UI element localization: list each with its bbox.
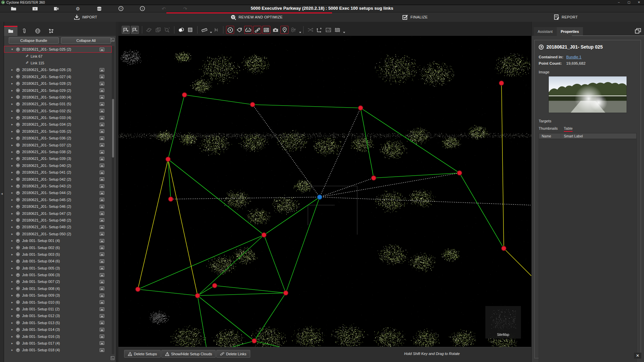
setup-image-icon[interactable] xyxy=(100,88,104,92)
tree-item-setup[interactable]: ▸Job 001- Setup 016 (3) xyxy=(4,333,112,340)
cloud-compare-icon[interactable] xyxy=(177,26,185,34)
tree-item-setup[interactable]: ▸20180621_J01- Setup 026 (3) xyxy=(4,66,112,73)
toggle-images-icon[interactable] xyxy=(262,26,270,34)
tree-scrollbar[interactable] xyxy=(112,46,114,354)
setup-image-icon[interactable] xyxy=(100,171,104,174)
expand-tree-panel-icon[interactable] xyxy=(111,38,114,42)
measure-ruler-icon[interactable] xyxy=(200,26,208,34)
cloud-square-icon[interactable] xyxy=(186,26,194,34)
expander-icon[interactable]: ▸ xyxy=(11,314,15,317)
setup-image-icon[interactable] xyxy=(100,218,104,222)
point-cloud-map[interactable] xyxy=(118,36,531,347)
setup-image-icon[interactable] xyxy=(100,273,104,277)
tab-import[interactable]: IMPORT xyxy=(0,12,171,22)
help-icon[interactable]: ? xyxy=(117,6,125,12)
bundle-link[interactable]: Bundle 1 xyxy=(566,55,581,59)
expander-icon[interactable]: ▸ xyxy=(11,96,15,99)
expand-bottom-panel-icon[interactable] xyxy=(111,356,114,360)
expander-icon[interactable]: ▸ xyxy=(11,150,15,154)
tree-item-setup[interactable]: ▸Job 001- Setup 012 (3) xyxy=(4,312,112,319)
about-info-icon[interactable]: i xyxy=(138,6,146,12)
tree-item-setup[interactable]: ▸20180621_J01- Setup 050 (2) xyxy=(4,231,112,237)
tree-item-setup[interactable]: ▸20180621_J01- Setup 034 (2) xyxy=(4,121,112,128)
expander-icon[interactable]: ▸ xyxy=(11,328,15,331)
expander-icon[interactable]: ▸ xyxy=(11,191,15,194)
setup-image-icon[interactable] xyxy=(100,75,104,78)
tree-item-setup[interactable]: ▸20180621_J01- Setup 048 (2) xyxy=(4,217,112,224)
expander-icon[interactable]: ▸ xyxy=(11,109,15,113)
tree-item-setup[interactable]: ▸Job 001- Setup 007 (2) xyxy=(4,278,112,285)
column-smart-label[interactable]: Smart Label xyxy=(561,134,583,138)
tree-item-setup[interactable]: ▸20180621_J01- Setup 030 (4) xyxy=(4,94,112,101)
tree-item-setup[interactable]: ▸Job 001- Setup 019 (2) xyxy=(4,354,112,354)
tab-attachments[interactable] xyxy=(17,26,31,36)
tree-item-setup[interactable]: ▸Job 001- Setup 011 (2) xyxy=(4,306,112,312)
toggle-tags-icon[interactable] xyxy=(235,26,243,34)
setup-image-icon[interactable] xyxy=(100,212,104,215)
setup-image-icon[interactable] xyxy=(100,136,104,140)
tree-item-setup[interactable]: ▸Job 001- Setup 010 (6) xyxy=(4,299,112,305)
setup-image-icon[interactable] xyxy=(100,150,104,154)
move-axes-icon[interactable] xyxy=(315,26,323,34)
tree-scrollbar-thumb[interactable] xyxy=(112,99,114,158)
tree-item-setup[interactable]: ▸20180621_J01- Setup 036 (2) xyxy=(4,135,112,141)
expander-icon[interactable]: ▸ xyxy=(11,136,15,140)
redo-icon[interactable]: ↷ xyxy=(181,6,189,12)
tab-table[interactable]: Table xyxy=(564,126,573,132)
tree-item-setup[interactable]: ▸20180621_J01- Setup 029 (2) xyxy=(4,87,112,94)
delete-setups-button[interactable]: Delete Setups xyxy=(124,350,161,358)
setup-image-icon[interactable] xyxy=(100,82,104,85)
expander-icon[interactable]: ▸ xyxy=(11,212,15,215)
tab-review-and-optimize[interactable]: REVIEW AND OPTIMIZE xyxy=(171,12,342,22)
expander-icon[interactable]: ▸ xyxy=(11,82,15,85)
show-hide-setup-clouds-button[interactable]: Show/Hide Setup Clouds xyxy=(161,350,216,358)
tree-item-link[interactable]: ✎Link 115 xyxy=(4,60,112,66)
setup-image-icon[interactable] xyxy=(100,328,104,331)
expander-icon[interactable]: ▸ xyxy=(11,294,15,297)
expander-icon[interactable]: ▸ xyxy=(11,198,15,201)
tree-item-setup[interactable]: ▾20180621_J01- Setup 025 (2) xyxy=(4,46,112,53)
expander-icon[interactable]: ▸ xyxy=(11,219,15,222)
setup-image-icon[interactable] xyxy=(100,129,104,133)
tree-item-setup[interactable]: ▸Job 001- Setup 017 (4) xyxy=(4,340,112,347)
tree-item-setup[interactable]: ▸20180621_J01- Setup 031 (5) xyxy=(4,101,112,107)
collapse-all-button[interactable]: Collapse All xyxy=(61,37,111,44)
tree-item-setup[interactable]: ▸20180621_J01- Setup 049 (2) xyxy=(4,224,112,230)
tree-item-setup[interactable]: ▸Job 001- Setup 018 (4) xyxy=(4,347,112,353)
expander-icon[interactable]: ▾ xyxy=(11,48,15,51)
setup-image-icon[interactable] xyxy=(100,177,104,181)
tab-web[interactable] xyxy=(31,26,44,36)
setup-image-icon[interactable] xyxy=(100,95,104,99)
tree-item-setup[interactable]: ▸20180621_J01- Setup 035 (2) xyxy=(4,128,112,135)
toggle-targets-icon[interactable] xyxy=(226,26,234,34)
tab-bundle-graph[interactable] xyxy=(44,26,58,36)
tree-item-link[interactable]: ✎Link 67 xyxy=(4,53,112,59)
close-project-icon[interactable]: x xyxy=(31,6,39,12)
filter-icon[interactable] xyxy=(289,26,298,34)
layers-icon[interactable] xyxy=(635,28,641,35)
setup-image-icon[interactable] xyxy=(100,123,104,126)
panel-close-button[interactable]: ✕ xyxy=(634,353,641,359)
tree-item-setup[interactable]: ▸20180621_J01- Setup 045 (2) xyxy=(4,196,112,203)
setup-image-icon[interactable] xyxy=(100,198,104,201)
expander-icon[interactable]: ▸ xyxy=(11,205,15,208)
tree-item-setup[interactable]: ▸20180621_J01- Setup 040 (2) xyxy=(4,162,112,169)
expander-icon[interactable]: ▸ xyxy=(11,321,15,324)
tree-item-setup[interactable]: ▸20180621_J01- Setup 038 (2) xyxy=(4,148,112,155)
filter-dropdown-caret[interactable] xyxy=(299,32,301,33)
setup-image-icon[interactable] xyxy=(100,314,104,318)
expander-icon[interactable]: ▸ xyxy=(11,253,15,256)
expander-icon[interactable]: ▸ xyxy=(11,301,15,304)
setup-image-icon[interactable] xyxy=(100,252,104,256)
storage-icon[interactable] xyxy=(95,6,103,12)
close-button[interactable]: ✕ xyxy=(634,0,644,5)
expander-icon[interactable]: ▸ xyxy=(11,130,15,133)
tree-item-setup[interactable]: ▸20180621_J01- Setup 043 (2) xyxy=(4,183,112,189)
open-project-icon[interactable] xyxy=(9,6,17,12)
tree-item-setup[interactable]: ▸20180621_J01- Setup 032 (5) xyxy=(4,108,112,114)
setup-image-icon[interactable] xyxy=(100,300,104,304)
tree-item-setup[interactable]: ▸Job 001- Setup 014 (3) xyxy=(4,326,112,333)
bundle-add-icon[interactable] xyxy=(122,26,130,34)
left-collapse-strip[interactable]: ◄ xyxy=(0,22,4,362)
maximize-button[interactable]: ▢ xyxy=(624,0,634,5)
